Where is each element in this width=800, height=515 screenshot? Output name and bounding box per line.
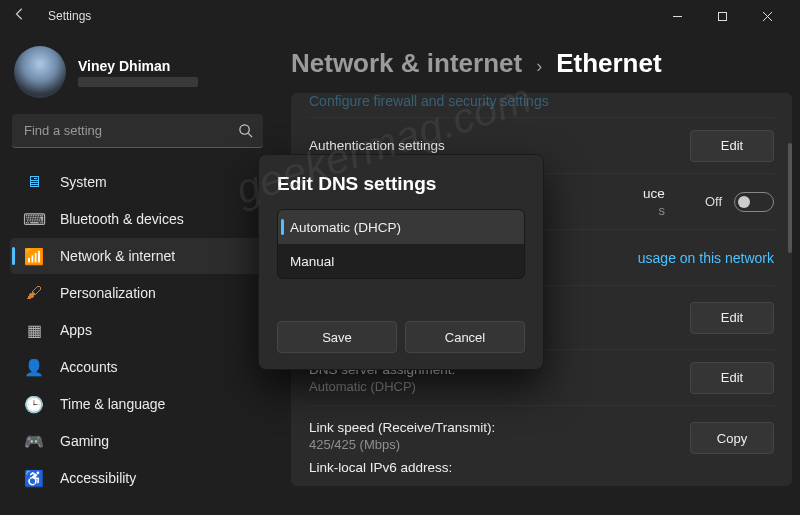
close-button[interactable] <box>745 1 790 31</box>
search-input[interactable] <box>12 114 263 148</box>
svg-point-4 <box>240 125 249 134</box>
dns-edit-button[interactable]: Edit <box>690 362 774 394</box>
sidebar-item-label: Gaming <box>60 433 109 449</box>
profile-email-redacted <box>78 77 198 87</box>
avatar <box>14 46 66 98</box>
nav: 🖥System⌨Bluetooth & devices📶Network & in… <box>10 164 265 496</box>
sidebar-item-label: Accessibility <box>60 470 136 486</box>
search-box[interactable] <box>12 114 263 148</box>
sidebar-item-label: Personalization <box>60 285 156 301</box>
svg-rect-1 <box>719 12 727 20</box>
sidebar-item-accounts[interactable]: 👤Accounts <box>10 349 265 385</box>
sidebar-item-label: Network & internet <box>60 248 175 264</box>
sidebar-item-personalization[interactable]: 🖌Personalization <box>10 275 265 311</box>
dns-mode-dropdown[interactable]: Automatic (DHCP) Manual <box>277 209 525 279</box>
sidebar-item-gaming[interactable]: 🎮Gaming <box>10 423 265 459</box>
profile-name: Viney Dhiman <box>78 58 198 74</box>
auth-label: Authentication settings <box>309 138 445 153</box>
sidebar-item-bluetooth-devices[interactable]: ⌨Bluetooth & devices <box>10 201 265 237</box>
copy-button[interactable]: Copy <box>690 422 774 454</box>
metered-sub-partial: s <box>643 203 665 218</box>
link-speed-value: 425/425 (Mbps) <box>309 437 495 452</box>
search-icon <box>238 123 253 142</box>
personalization-icon: 🖌 <box>24 283 44 303</box>
accounts-icon: 👤 <box>24 357 44 377</box>
system-icon: 🖥 <box>24 172 44 192</box>
sidebar-item-accessibility[interactable]: ♿Accessibility <box>10 460 265 496</box>
edit-dns-dialog: Edit DNS settings Automatic (DHCP) Manua… <box>258 154 544 370</box>
titlebar: Settings <box>0 0 800 32</box>
sidebar-item-label: System <box>60 174 107 190</box>
sidebar-item-time-language[interactable]: 🕒Time & language <box>10 386 265 422</box>
gaming-icon: 🎮 <box>24 431 44 451</box>
metered-toggle[interactable] <box>734 192 774 212</box>
apps-icon: ▦ <box>24 320 44 340</box>
metered-label-partial: uce <box>643 186 665 201</box>
sidebar-item-label: Time & language <box>60 396 165 412</box>
sidebar-item-label: Accounts <box>60 359 118 375</box>
time-language-icon: 🕒 <box>24 394 44 414</box>
breadcrumb-current: Ethernet <box>556 48 661 79</box>
wifi-icon: 📶 <box>24 246 44 266</box>
back-button[interactable] <box>10 7 30 25</box>
breadcrumb-separator: › <box>536 56 542 77</box>
profile-block[interactable]: Viney Dhiman <box>10 40 265 114</box>
sidebar-item-label: Apps <box>60 322 92 338</box>
sidebar-item-network-internet[interactable]: 📶Network & internet <box>10 238 265 274</box>
window-title: Settings <box>48 9 91 23</box>
sidebar-item-label: Bluetooth & devices <box>60 211 184 227</box>
ip-edit-button[interactable]: Edit <box>690 302 774 334</box>
dns-sub: Automatic (DHCP) <box>309 379 455 394</box>
link-speed-label: Link speed (Receive/Transmit): <box>309 420 495 435</box>
scrollbar-thumb[interactable] <box>788 143 792 253</box>
dialog-cancel-button[interactable]: Cancel <box>405 321 525 353</box>
dns-option-manual[interactable]: Manual <box>278 244 524 278</box>
breadcrumb: Network & internet › Ethernet <box>291 48 792 79</box>
dialog-save-button[interactable]: Save <box>277 321 397 353</box>
auth-edit-button[interactable]: Edit <box>690 130 774 162</box>
sidebar-item-system[interactable]: 🖥System <box>10 164 265 200</box>
dialog-title: Edit DNS settings <box>277 173 525 195</box>
data-limit-link[interactable]: usage on this network <box>638 250 774 266</box>
accessibility-icon: ♿ <box>24 468 44 488</box>
svg-line-5 <box>248 133 252 137</box>
ipv6-label: Link-local IPv6 address: <box>309 460 495 475</box>
minimize-button[interactable] <box>655 1 700 31</box>
row-link-speed: Link speed (Receive/Transmit): 425/425 (… <box>309 405 774 486</box>
breadcrumb-parent[interactable]: Network & internet <box>291 48 522 79</box>
maximize-button[interactable] <box>700 1 745 31</box>
bluetooth-icon: ⌨ <box>24 209 44 229</box>
sidebar-item-apps[interactable]: ▦Apps <box>10 312 265 348</box>
scrollbar-track[interactable] <box>786 93 792 513</box>
firewall-link[interactable]: Configure firewall and security settings <box>309 93 549 109</box>
sidebar: Viney Dhiman 🖥System⌨Bluetooth & devices… <box>0 32 275 515</box>
metered-toggle-label: Off <box>705 194 722 209</box>
dns-option-automatic[interactable]: Automatic (DHCP) <box>278 210 524 244</box>
